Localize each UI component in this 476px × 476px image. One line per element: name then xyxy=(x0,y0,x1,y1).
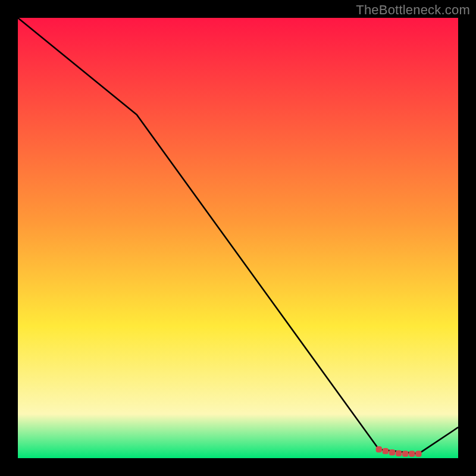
marker-point xyxy=(376,446,382,452)
attribution-label: TheBottleneck.com xyxy=(356,2,470,18)
marker-point xyxy=(402,450,408,456)
series-layer xyxy=(18,18,458,458)
marker-point xyxy=(415,450,421,456)
plot-area xyxy=(18,18,458,458)
marker-point xyxy=(396,450,402,456)
marker-point xyxy=(409,450,415,456)
chart-stage: TheBottleneck.com xyxy=(0,0,476,476)
highlighted-range-markers xyxy=(376,446,422,457)
bottleneck-curve xyxy=(18,18,458,454)
marker-point xyxy=(389,449,395,455)
marker-point xyxy=(383,448,389,454)
